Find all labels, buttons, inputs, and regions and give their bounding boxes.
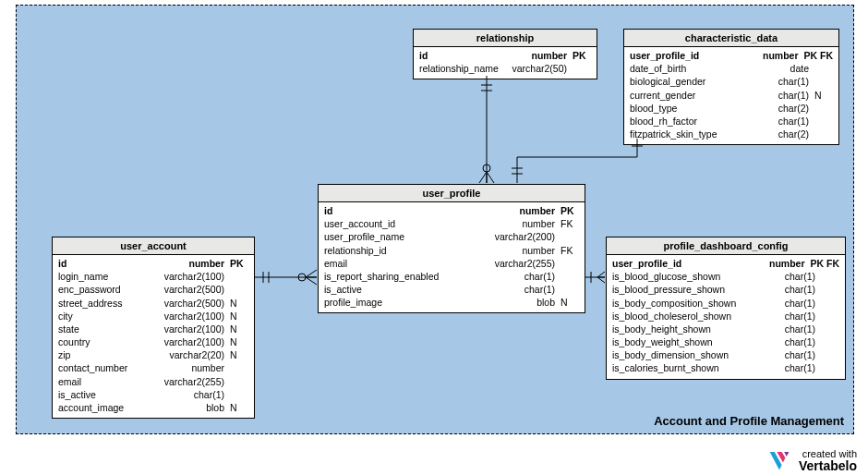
footer-attribution: created with Vertabelo — [767, 448, 857, 473]
column-row: current_genderchar(1)N — [630, 89, 833, 102]
column-type: char(1) — [778, 335, 815, 348]
column-name: date_of_birth — [630, 62, 686, 75]
column-flags — [815, 297, 839, 310]
column-name: id — [58, 257, 66, 270]
entity-characteristic-data: characteristic_data user_profile_idnumbe… — [623, 29, 839, 145]
entity-profile-dashboard-config: profile_dashboard_config user_profile_id… — [606, 237, 846, 380]
column-type: varchar2(200) — [488, 230, 555, 243]
column-type: char(1) — [771, 115, 809, 128]
column-row: idnumberPK — [419, 49, 591, 62]
column-type: number — [514, 244, 555, 257]
column-name: user_profile_id — [612, 257, 681, 270]
column-type: char(1) — [778, 270, 815, 283]
column-type: char(1) — [187, 388, 224, 401]
column-flags — [815, 283, 839, 296]
column-flags — [809, 128, 833, 140]
entity-user-account-body: idnumberPKlogin_namevarchar2(100)enc_pas… — [53, 255, 254, 418]
column-name: user_profile_name — [324, 230, 404, 243]
column-name: relationship_id — [324, 244, 387, 257]
column-type: char(1) — [517, 270, 555, 283]
column-row: is_body_composition_shownchar(1) — [612, 297, 839, 310]
column-name: fitzpatrick_skin_type — [630, 128, 717, 140]
column-flags: N — [224, 335, 248, 348]
column-row: is_blood_glucose_shownchar(1) — [612, 270, 839, 283]
column-flags: N — [224, 310, 248, 323]
column-row: idnumberPK — [324, 204, 579, 217]
footer-vertabelo: Vertabelo — [799, 459, 857, 473]
column-name: profile_image — [324, 296, 382, 309]
column-flags: N — [809, 89, 833, 102]
column-type: number — [512, 204, 555, 217]
column-flags: PK — [555, 204, 579, 217]
column-type: date — [783, 62, 809, 75]
column-row: is_blood_pressure_shownchar(1) — [612, 283, 839, 296]
column-flags — [224, 361, 248, 374]
column-type: varchar2(100) — [157, 310, 224, 323]
column-name: is_blood_pressure_shown — [612, 283, 725, 296]
column-flags — [815, 270, 839, 283]
column-name: is_body_weight_shown — [612, 335, 713, 348]
column-row: emailvarchar2(255) — [58, 375, 248, 388]
column-name: current_gender — [630, 89, 695, 102]
column-flags — [555, 230, 579, 243]
column-row: date_of_birthdate — [630, 62, 833, 75]
column-flags — [224, 283, 248, 296]
column-flags — [815, 361, 839, 374]
column-flags: PK — [224, 257, 248, 270]
column-name: zip — [58, 348, 70, 361]
column-name: id — [324, 204, 332, 217]
column-type: blob — [199, 401, 224, 414]
column-row: enc_passwordvarchar2(500) — [58, 283, 248, 296]
column-row: blood_rh_factorchar(1) — [630, 115, 833, 128]
column-row: is_body_dimension_shownchar(1) — [612, 348, 839, 361]
vertabelo-logo-icon — [767, 448, 791, 472]
entity-profile-dashboard-config-title: profile_dashboard_config — [607, 238, 845, 255]
column-type: char(1) — [517, 283, 555, 296]
column-row: profile_imageblobN — [324, 296, 579, 309]
entity-characteristic-data-body: user_profile_idnumberPK FKdate_of_birthd… — [624, 47, 838, 144]
column-type: number — [762, 257, 805, 270]
entity-profile-dashboard-config-body: user_profile_idnumberPK FKis_blood_gluco… — [607, 255, 845, 379]
column-name: is_blood_glucose_shown — [612, 270, 720, 283]
column-name: blood_rh_factor — [630, 115, 697, 128]
column-flags: PK FK — [799, 49, 834, 62]
entity-relationship-body: idnumberPKrelationship_namevarchar2(50) — [414, 47, 597, 79]
column-row: is_activechar(1) — [324, 283, 579, 296]
column-row: user_profile_idnumberPK FK — [612, 257, 839, 270]
footer-created-with: created with — [799, 448, 857, 459]
column-type: char(1) — [778, 310, 815, 323]
column-row: user_account_idnumberFK — [324, 217, 579, 230]
entity-user-account: user_account idnumberPKlogin_namevarchar… — [52, 237, 255, 419]
column-row: login_namevarchar2(100) — [58, 270, 248, 283]
column-row: idnumberPK — [58, 257, 248, 270]
column-type: char(1) — [771, 89, 809, 102]
column-name: street_address — [58, 297, 122, 310]
entity-user-profile: user_profile idnumberPKuser_account_idnu… — [318, 184, 585, 313]
column-name: account_image — [58, 401, 124, 414]
column-type: varchar2(255) — [157, 375, 224, 388]
column-type: varchar2(50) — [504, 62, 567, 75]
column-row: emailvarchar2(255) — [324, 257, 579, 270]
column-type: varchar2(255) — [488, 257, 555, 270]
column-flags — [809, 62, 833, 75]
column-name: login_name — [58, 270, 108, 283]
column-flags: N — [224, 348, 248, 361]
column-type: char(1) — [778, 297, 815, 310]
column-flags: PK — [567, 49, 591, 62]
entity-user-profile-body: idnumberPKuser_account_idnumberFKuser_pr… — [319, 202, 585, 312]
column-row: fitzpatrick_skin_typechar(2) — [630, 128, 833, 140]
entity-relationship-title: relationship — [414, 30, 597, 47]
column-flags — [555, 257, 579, 270]
entity-user-profile-title: user_profile — [319, 185, 585, 202]
column-flags: N — [224, 323, 248, 335]
diagram-region: Account and Profile Management relations… — [16, 5, 854, 434]
column-row: street_addressvarchar2(500)N — [58, 297, 248, 310]
column-flags: N — [224, 297, 248, 310]
column-type: varchar2(500) — [157, 297, 224, 310]
column-type: number — [524, 49, 567, 62]
column-row: account_imageblobN — [58, 401, 248, 414]
column-row: cityvarchar2(100)N — [58, 310, 248, 323]
column-flags — [815, 323, 839, 335]
column-type: char(1) — [778, 283, 815, 296]
column-name: contact_number — [58, 361, 127, 374]
